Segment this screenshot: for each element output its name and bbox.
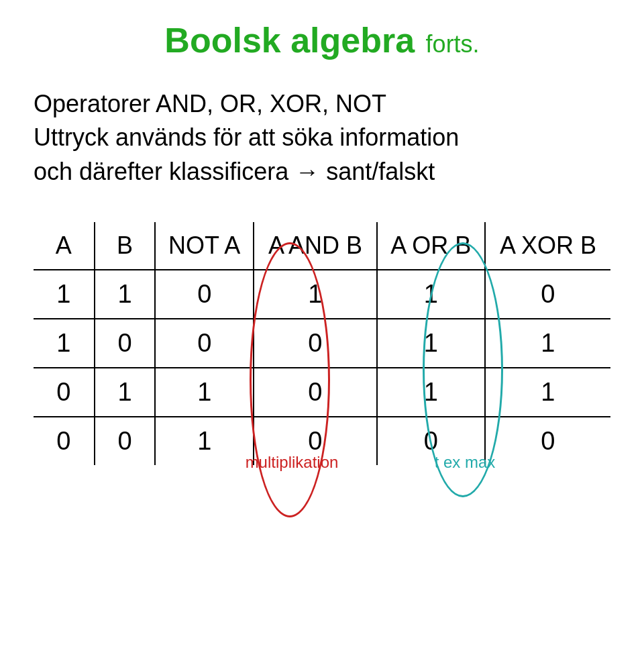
table-cell: 0 bbox=[254, 368, 377, 417]
table-cell: 1 bbox=[485, 319, 610, 368]
table-cell: 0 bbox=[155, 270, 254, 319]
table-cell: 1 bbox=[155, 368, 254, 417]
page: Boolsk algebra forts. Operatorer AND, OR… bbox=[0, 0, 644, 653]
table-section: A B NOT A A AND B A OR B A XOR B 1101101… bbox=[34, 222, 610, 465]
label-tex-max: t ex max bbox=[405, 453, 525, 472]
table-cell: 1 bbox=[95, 368, 156, 417]
title-sub: forts. bbox=[426, 30, 480, 58]
col-header-b: B bbox=[95, 222, 156, 270]
title-main: Boolsk algebra bbox=[164, 21, 415, 60]
col-header-nota: NOT A bbox=[155, 222, 254, 270]
table-cell: 1 bbox=[377, 368, 485, 417]
table-row: 110110 bbox=[34, 270, 610, 319]
table-cell: 0 bbox=[254, 319, 377, 368]
intro-line1: Operatorer AND, OR, XOR, NOT bbox=[34, 87, 610, 121]
table-cell: 1 bbox=[254, 270, 377, 319]
intro-line3: och därefter klassificera → sant/falskt bbox=[34, 155, 610, 189]
intro-text: Operatorer AND, OR, XOR, NOT Uttryck anv… bbox=[34, 87, 610, 189]
table-cell: 0 bbox=[95, 417, 156, 465]
table-cell: 1 bbox=[34, 270, 95, 319]
table-row: 011011 bbox=[34, 368, 610, 417]
table-cell: 0 bbox=[34, 368, 95, 417]
col-header-axorb: A XOR B bbox=[485, 222, 610, 270]
table-cell: 1 bbox=[377, 319, 485, 368]
title-area: Boolsk algebra forts. bbox=[34, 20, 610, 60]
table-cell: 0 bbox=[34, 417, 95, 465]
col-header-aandb: A AND B bbox=[254, 222, 377, 270]
col-header-aorb: A OR B bbox=[377, 222, 485, 270]
intro-line2: Uttryck används för att söka information bbox=[34, 121, 610, 154]
table-header-row: A B NOT A A AND B A OR B A XOR B bbox=[34, 222, 610, 270]
table-row: 100011 bbox=[34, 319, 610, 368]
table-cell: 1 bbox=[377, 270, 485, 319]
table-cell: 1 bbox=[485, 368, 610, 417]
label-multiplikation: multiplikation bbox=[231, 453, 352, 472]
table-cell: 0 bbox=[95, 319, 156, 368]
table-cell: 1 bbox=[95, 270, 156, 319]
table-cell: 0 bbox=[155, 319, 254, 368]
col-header-a: A bbox=[34, 222, 95, 270]
boolean-table: A B NOT A A AND B A OR B A XOR B 1101101… bbox=[34, 222, 610, 465]
table-cell: 0 bbox=[485, 270, 610, 319]
table-cell: 1 bbox=[34, 319, 95, 368]
